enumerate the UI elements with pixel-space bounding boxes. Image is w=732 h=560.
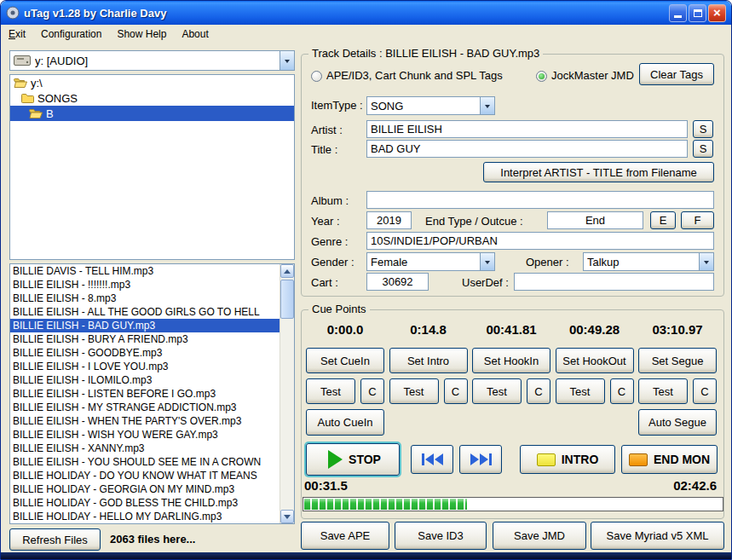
tree-item-drive-root[interactable]: y:\ <box>10 75 294 90</box>
cart-input[interactable] <box>366 273 429 291</box>
titlebar[interactable]: uTag v1.28 by Charlie Davy × <box>1 1 731 25</box>
set-segue-button[interactable]: Set Segue <box>638 348 717 373</box>
drive-combo-arrow-icon[interactable] <box>280 51 294 70</box>
set-cuein-button[interactable]: Set CueIn <box>306 348 384 373</box>
opener-select[interactable]: Talkup <box>583 252 714 271</box>
file-row[interactable]: BILLIE EILISH - BURY A FRIEND.mp3 <box>10 332 280 346</box>
tree-label: SONGS <box>37 92 78 105</box>
end-button[interactable]: E <box>650 211 676 229</box>
file-row[interactable]: BILLIE EILISH - GOODBYE.mp3 <box>10 346 280 360</box>
file-row[interactable]: BILLIE HOLIDAY - DO YOU KNOW WHAT IT MEA… <box>10 469 280 482</box>
file-row[interactable]: BILLIE HOLIDAY - GEORGIA ON MY MIND.mp3 <box>10 482 280 496</box>
file-row[interactable]: BILLIE EILISH - 8.mp3 <box>10 292 280 305</box>
scroll-up-icon[interactable] <box>280 264 294 278</box>
menu-item-configuration[interactable]: Configuration <box>33 26 109 43</box>
file-row[interactable]: BILLIE EILISH - !!!!!!!.mp3 <box>10 278 280 292</box>
ape-id3-radio[interactable] <box>311 71 322 82</box>
clear-tags-button[interactable]: Clear Tags <box>639 63 714 85</box>
save-id3-button[interactable]: Save ID3 <box>395 522 487 550</box>
minimize-button[interactable] <box>669 4 687 22</box>
progress-fill <box>304 499 467 510</box>
year-input[interactable] <box>366 211 412 229</box>
clear-hookout-button[interactable]: C <box>610 378 634 404</box>
title-search-button[interactable]: S <box>693 140 713 158</box>
hookin-time: 00:41.81 <box>472 322 550 337</box>
interpret-filename-button[interactable]: Interpret ARTIST - TITLE from Filename <box>483 162 714 182</box>
year-label: Year : <box>311 215 340 228</box>
next-track-button[interactable] <box>459 445 502 474</box>
artist-input[interactable] <box>366 120 688 138</box>
drive-select[interactable]: y: [AUDIO] <box>9 50 295 71</box>
test-segue-button[interactable]: Test <box>638 378 688 404</box>
gender-combo-arrow-icon[interactable] <box>480 253 494 270</box>
menu-item-exit[interactable]: Exit <box>1 26 33 43</box>
file-row[interactable]: BILLIE EILISH - BAD GUY.mp3 <box>10 319 280 332</box>
menu-item-show-help[interactable]: Show Help <box>109 26 174 43</box>
maximize-button[interactable] <box>689 4 706 22</box>
close-button[interactable]: × <box>708 4 726 22</box>
auto-segue-button[interactable]: Auto Segue <box>638 409 717 436</box>
album-input[interactable] <box>366 191 714 209</box>
minimize-icon <box>674 15 682 18</box>
tree-item-b[interactable]: B <box>10 106 294 121</box>
userdef-input[interactable] <box>514 273 714 291</box>
scroll-down-icon[interactable] <box>280 510 294 523</box>
test-hookin-button[interactable]: Test <box>472 378 522 404</box>
opener-combo-arrow-icon[interactable] <box>699 253 713 270</box>
scrollbar-thumb[interactable] <box>280 280 294 319</box>
file-row[interactable]: BILLIE EILISH - YOU SHOULD SEE ME IN A C… <box>10 455 280 469</box>
file-row[interactable]: BILLIE EILISH - WISH YOU WERE GAY.mp3 <box>10 428 280 442</box>
end-mon-button[interactable]: END MON <box>621 445 718 474</box>
save-myriad-xml-button[interactable]: Save Myriad v5 XML <box>591 522 724 550</box>
clear-segue-button[interactable]: C <box>693 378 717 404</box>
intro-color-icon <box>537 453 556 466</box>
play-icon <box>328 450 343 469</box>
set-hookout-button[interactable]: Set HookOut <box>556 348 634 373</box>
file-row[interactable]: BILLIE EILISH - ALL THE GOOD GIRLS GO TO… <box>10 305 280 319</box>
clear-cuein-button[interactable]: C <box>360 378 384 404</box>
file-row[interactable]: BILLIE EILISH - WHEN THE PARTY'S OVER.mp… <box>10 414 280 428</box>
file-row[interactable]: BILLIE EILISH - I LOVE YOU.mp3 <box>10 360 280 373</box>
itemtype-combo-arrow-icon[interactable] <box>480 97 494 114</box>
itemtype-select[interactable]: SONG <box>366 96 495 115</box>
remaining-time: 02:42.6 <box>673 478 717 493</box>
endtype-input[interactable] <box>547 211 643 229</box>
test-cuein-button[interactable]: Test <box>306 378 355 404</box>
artist-search-button[interactable]: S <box>693 120 713 138</box>
title-input[interactable] <box>366 140 688 158</box>
fade-button[interactable]: F <box>681 211 714 229</box>
test-intro-button[interactable]: Test <box>389 378 439 404</box>
previous-track-button[interactable] <box>411 445 453 474</box>
file-row[interactable]: BILLIE HOLIDAY - HELLO MY DARLING.mp3 <box>10 510 280 523</box>
auto-cuein-button[interactable]: Auto CueIn <box>306 409 384 436</box>
file-row[interactable]: BILLIE DAVIS - TELL HIM.mp3 <box>10 264 280 278</box>
gender-select[interactable]: Female <box>366 252 495 271</box>
file-row[interactable]: BILLIE EILISH - MY STRANGE ADDICTION.mp3 <box>10 401 280 414</box>
jockmaster-jmd-radio[interactable] <box>536 71 547 82</box>
save-ape-button[interactable]: Save APE <box>301 522 389 550</box>
tree-label: y:\ <box>31 77 43 89</box>
ape-id3-radio-label[interactable]: APE/ID3, Cart Chunk and SPL Tags <box>326 69 503 82</box>
file-list-box: BILLIE DAVIS - TELL HIM.mp3BILLIE EILISH… <box>9 263 295 524</box>
intro-button[interactable]: INTRO <box>520 445 615 474</box>
file-row[interactable]: BILLIE EILISH - ILOMILO.mp3 <box>10 373 280 387</box>
cuein-time: 0:00.0 <box>306 322 384 337</box>
file-row[interactable]: BILLIE EILISH - LISTEN BEFORE I GO.mp3 <box>10 387 280 401</box>
test-hookout-button[interactable]: Test <box>556 378 605 404</box>
cue-points-caption: Cue Points <box>308 303 370 315</box>
save-jmd-button[interactable]: Save JMD <box>493 522 586 550</box>
refresh-files-button[interactable]: Refresh Files <box>9 528 101 551</box>
genre-input[interactable] <box>366 232 714 250</box>
stop-button[interactable]: STOP <box>306 443 400 476</box>
clear-intro-button[interactable]: C <box>444 378 468 404</box>
userdef-label: UserDef : <box>462 276 509 289</box>
set-intro-button[interactable]: Set Intro <box>389 348 468 373</box>
file-row[interactable]: BILLIE HOLIDAY - GOD BLESS THE CHILD.mp3 <box>10 496 280 510</box>
clear-hookin-button[interactable]: C <box>527 378 550 404</box>
tree-item-songs[interactable]: SONGS <box>10 90 294 106</box>
file-list-scrollbar[interactable] <box>280 264 294 523</box>
set-hookin-button[interactable]: Set HookIn <box>472 348 550 373</box>
menu-item-about[interactable]: About <box>174 26 216 43</box>
jockmaster-jmd-radio-label[interactable]: JockMaster JMD <box>551 69 634 82</box>
file-row[interactable]: BILLIE EILISH - XANNY.mp3 <box>10 442 280 455</box>
